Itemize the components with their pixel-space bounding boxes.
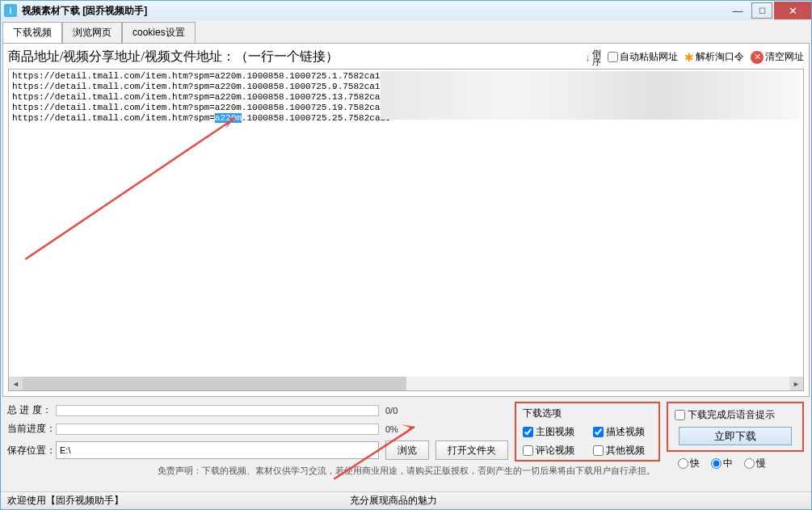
- auto-paste-label: 自动粘贴网址: [620, 50, 678, 64]
- speed-fast-radio[interactable]: 快: [678, 457, 700, 470]
- maximize-button[interactable]: ☐: [751, 2, 772, 19]
- speed-medium-radio[interactable]: 中: [711, 457, 733, 470]
- speed-slow-radio[interactable]: 慢: [744, 457, 766, 470]
- tab-bar: 下载视频 浏览网页 cookies设置: [1, 20, 811, 43]
- minimize-button[interactable]: —: [726, 2, 750, 19]
- scroll-right-arrow[interactable]: ►: [789, 377, 803, 390]
- reverse-icon: ↓: [585, 51, 591, 64]
- toolbar: ↓ 倒 序 自动粘贴网址 ✱ 解析淘口令 ✕ 清空网址: [585, 49, 804, 65]
- app-icon: i: [4, 4, 17, 17]
- browse-button[interactable]: 浏览: [385, 440, 429, 460]
- bottom-panel: 总 进 度： 0/0 当前进度： 0% 保存位置： 浏览 打开文件夹 免责声明：…: [1, 398, 811, 491]
- blur-overlay: [381, 71, 800, 120]
- tab-download[interactable]: 下载视频: [2, 22, 62, 43]
- options-legend: 下载选项: [523, 407, 652, 420]
- flower-icon: ✱: [684, 51, 694, 64]
- current-progress-info: 0%: [385, 424, 398, 434]
- reverse-button[interactable]: ↓ 倒 序: [585, 49, 601, 65]
- voice-prompt-checkbox[interactable]: 下载完成后语音提示: [675, 408, 775, 422]
- titlebar: i 视频素材下载 [固乔视频助手] — ☐ ✕: [1, 1, 811, 20]
- content-panel: 商品地址/视频分享地址/视频文件地址：（一行一个链接） ↓ 倒 序 自动粘贴网址…: [2, 43, 810, 397]
- auto-paste-check[interactable]: [608, 52, 618, 62]
- comment-video-checkbox[interactable]: 评论视频: [523, 444, 582, 457]
- parse-tao-label: 解析淘口令: [696, 50, 744, 64]
- total-progress-bar: [56, 405, 379, 416]
- window-title: 视频素材下载 [固乔视频助手]: [22, 4, 147, 18]
- reverse-label: 倒 序: [592, 49, 601, 65]
- scroll-track[interactable]: [23, 377, 789, 390]
- tab-cookies[interactable]: cookies设置: [122, 22, 196, 43]
- svg-line-0: [25, 118, 235, 259]
- speed-radios: 快 中 慢: [678, 457, 766, 470]
- prompt-row: 商品地址/视频分享地址/视频文件地址：（一行一个链接） ↓ 倒 序 自动粘贴网址…: [8, 48, 804, 65]
- current-progress-label: 当前进度：: [7, 422, 56, 436]
- close-button[interactable]: ✕: [774, 2, 811, 19]
- save-path-input[interactable]: [56, 441, 379, 459]
- save-label: 保存位置：: [7, 444, 56, 457]
- clear-urls-button[interactable]: ✕ 清空网址: [751, 50, 804, 64]
- tab-browse[interactable]: 浏览网页: [62, 22, 122, 43]
- total-progress-label: 总 进 度：: [7, 403, 56, 417]
- total-progress-info: 0/0: [385, 406, 398, 415]
- scroll-left-arrow[interactable]: ◄: [9, 377, 23, 390]
- clear-label: 清空网址: [765, 50, 804, 64]
- status-welcome: 欢迎使用【固乔视频助手】: [7, 494, 124, 508]
- url-textarea[interactable]: https://detail.tmall.com/item.htm?spm=a2…: [8, 69, 804, 391]
- main-video-checkbox[interactable]: 主图视频: [523, 425, 582, 439]
- current-progress-bar: [56, 424, 379, 435]
- other-video-checkbox[interactable]: 其他视频: [593, 444, 652, 457]
- annotation-arrow-1: [25, 114, 243, 259]
- url-prompt-label: 商品地址/视频分享地址/视频文件地址：（一行一个链接）: [8, 48, 339, 65]
- download-now-button[interactable]: 立即下载: [679, 427, 792, 445]
- app-window: i 视频素材下载 [固乔视频助手] — ☐ ✕ 下载视频 浏览网页 cookie…: [0, 0, 812, 510]
- download-options-box: 下载选项 主图视频 描述视频 评论视频 其他视频: [515, 402, 660, 462]
- window-controls: — ☐ ✕: [726, 2, 811, 19]
- open-folder-button[interactable]: 打开文件夹: [435, 440, 508, 460]
- scroll-thumb[interactable]: [23, 377, 406, 390]
- desc-video-checkbox[interactable]: 描述视频: [593, 425, 652, 439]
- download-action-box: 下载完成后语音提示 立即下载: [667, 402, 804, 452]
- statusbar: 欢迎使用【固乔视频助手】 充分展现商品的魅力: [1, 491, 811, 509]
- status-slogan: 充分展现商品的魅力: [350, 494, 437, 508]
- clear-icon: ✕: [751, 51, 764, 64]
- auto-paste-checkbox[interactable]: 自动粘贴网址: [608, 50, 678, 64]
- h-scrollbar[interactable]: ◄ ►: [9, 377, 803, 390]
- parse-tao-button[interactable]: ✱ 解析淘口令: [684, 50, 744, 64]
